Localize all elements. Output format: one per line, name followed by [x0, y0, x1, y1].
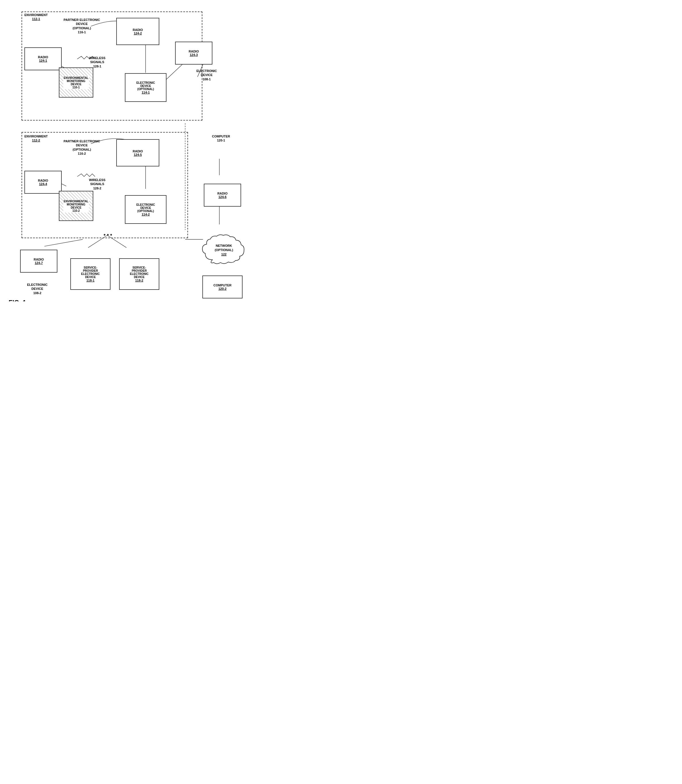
- diagram: ENVIRONMENT 112-1 RADIO 124-1 PARTNER EL…: [6, 6, 253, 293]
- emd-110-1-text: ENVIRONMENTALMONITORINGDEVICE110-1: [63, 76, 89, 89]
- ed-opt-114-2: ELECTRONICDEVICE(OPTIONAL)114-2: [125, 195, 166, 224]
- radio-124-6: RADIO 124-6: [204, 184, 241, 207]
- radio-124-6-label1: RADIO: [217, 192, 227, 195]
- emd-110-2-text: ENVIRONMENTALMONITORINGDEVICE110-2: [63, 199, 89, 213]
- ed-108-2-label: ELECTRONICDEVICE108-2: [20, 283, 54, 295]
- radio-124-4-label1: RADIO: [38, 179, 48, 182]
- sp-118-1: SERVICE-PROVIDERELECTRONICDEVICE118-1: [70, 258, 110, 290]
- radio-124-4: RADIO 124-4: [24, 171, 62, 194]
- computer-120-1-label: COMPUTER120-1: [204, 134, 238, 143]
- radio-124-1-label1: RADIO: [38, 56, 48, 59]
- radio-124-7-label1: RADIO: [33, 258, 44, 261]
- svg-line-16: [45, 239, 83, 246]
- radio-124-1-label2: 124-1: [39, 59, 47, 62]
- radio-124-5: RADIO 124-5: [116, 139, 159, 167]
- radio-124-1: RADIO 124-1: [24, 47, 62, 70]
- radio-124-4-label2: 124-4: [39, 182, 47, 186]
- ed-108-1-label: ELECTRONICDEVICE108-1: [191, 69, 223, 81]
- env2-label: ENVIRONMENT 112-2: [24, 134, 48, 143]
- radio-124-7-label2: 124-7: [35, 261, 43, 265]
- radio-124-2: RADIO 124-2: [116, 18, 159, 45]
- wireless-128-2-label: WIRELESSSIGNALS128-2: [89, 178, 105, 190]
- radio-124-6-label2: 124-6: [218, 195, 226, 199]
- radio-124-3-label1: RADIO: [189, 50, 199, 53]
- computer-120-2: COMPUTER120-2: [202, 275, 242, 299]
- radio-124-5-label2: 124-5: [134, 153, 142, 156]
- partner-116-2-label: PARTNER ELECTRONICDEVICE(OPTIONAL)116-2: [63, 139, 100, 156]
- network-cloud: NETWORK (OPTIONAL) 122: [201, 234, 247, 266]
- fig-label: FIG. 1: [9, 299, 26, 301]
- radio-124-7: RADIO 124-7: [20, 250, 57, 273]
- svg-text:NETWORK: NETWORK: [216, 244, 232, 247]
- radio-124-2-label1: RADIO: [132, 28, 143, 32]
- ed-opt-114-1: ELECTRONICDEVICE(OPTIONAL)114-1: [125, 73, 166, 102]
- radio-124-3-label2: 124-3: [190, 53, 198, 57]
- partner-116-1-label: PARTNER ELECTRONICDEVICE(OPTIONAL)116-1: [63, 18, 100, 34]
- sp-118-2: SERVICE-PROVIDERELECTRONICDEVICE118-2: [119, 258, 159, 290]
- radio-124-5-label1: RADIO: [132, 149, 143, 153]
- radio-124-2-label2: 124-2: [134, 32, 142, 35]
- emd-110-2: ENVIRONMENTALMONITORINGDEVICE110-2: [59, 191, 93, 221]
- radio-124-3: RADIO 124-3: [175, 41, 212, 65]
- svg-text:(OPTIONAL): (OPTIONAL): [215, 248, 233, 252]
- env1-label: ENVIRONMENT 112-1: [24, 13, 48, 21]
- svg-text:122: 122: [221, 253, 226, 256]
- wireless-128-1-label: WIRELESSSIGNALS128-1: [89, 56, 105, 68]
- emd-110-1: ENVIRONMENTALMONITORINGDEVICE110-1: [59, 67, 93, 97]
